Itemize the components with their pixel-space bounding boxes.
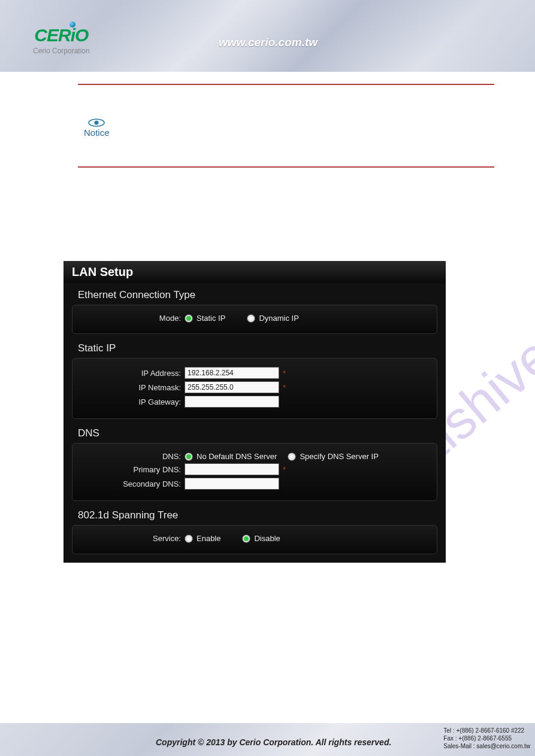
eye-icon	[84, 117, 110, 129]
required-marker: *	[283, 383, 286, 392]
dns-section: DNS DNS: No Default DNS Server Specify D…	[72, 427, 437, 501]
service-enable-label: Enable	[197, 534, 220, 543]
ip-address-input[interactable]	[185, 367, 279, 379]
ip-netmask-input[interactable]	[185, 381, 279, 393]
dns-label: DNS:	[80, 452, 185, 461]
primary-dns-label: Primary DNS:	[80, 465, 185, 474]
logo-block: CERiO Cerio Corporation	[33, 25, 90, 55]
primary-dns-input[interactable]	[185, 463, 279, 475]
mode-dynamic-radio[interactable]	[247, 314, 255, 323]
ip-gateway-label: IP Gateway:	[80, 397, 185, 406]
footer-copyright: Copyright © 2013 by Cerio Corporation. A…	[156, 737, 391, 747]
logo-text: CERiO	[33, 25, 90, 45]
dns-specify-label: Specify DNS Server IP	[300, 452, 379, 461]
ethernet-section: Ethernet Connection Type Mode: Static IP…	[72, 289, 437, 334]
static-ip-legend: Static IP	[78, 342, 437, 354]
footer-fax: Fax : +(886) 2-8667-6555	[443, 734, 530, 742]
service-disable-label: Disable	[254, 534, 280, 543]
secondary-dns-label: Secondary DNS:	[80, 479, 185, 488]
ip-netmask-label: IP Netmask:	[80, 383, 185, 392]
notice-label: Notice	[84, 127, 110, 138]
spanning-section: 802.1d Spanning Tree Service: Enable Dis…	[72, 509, 437, 554]
footer-tel: Tel : +(886) 2-8667-6160 #222	[443, 727, 530, 734]
required-marker: *	[283, 369, 286, 378]
header-url: www.cerio.com.tw	[219, 36, 318, 49]
dns-specify-radio[interactable]	[288, 453, 296, 461]
dns-legend: DNS	[78, 427, 437, 439]
page-footer: Copyright © 2013 by Cerio Corporation. A…	[0, 723, 535, 756]
static-ip-section: Static IP IP Address: * IP Netmask: * IP…	[72, 342, 437, 419]
mode-static-label: Static IP	[197, 314, 225, 323]
ip-address-label: IP Address:	[80, 369, 185, 378]
service-disable-radio[interactable]	[242, 535, 250, 543]
mode-label: Mode:	[80, 314, 185, 323]
divider-top	[78, 84, 494, 85]
footer-mail: Sales-Mail : sales@cerio.com.tw	[443, 742, 530, 750]
mode-dynamic-label: Dynamic IP	[259, 314, 298, 323]
ethernet-legend: Ethernet Connection Type	[78, 289, 437, 301]
svg-point-1	[95, 121, 99, 125]
service-label: Service:	[80, 534, 185, 543]
footer-contact: Tel : +(886) 2-8667-6160 #222 Fax : +(88…	[443, 727, 530, 750]
secondary-dns-input[interactable]	[185, 478, 279, 490]
dns-no-default-radio[interactable]	[185, 453, 193, 461]
logo-subtitle: Cerio Corporation	[33, 47, 90, 55]
ip-gateway-input[interactable]	[185, 396, 279, 408]
lan-setup-panel: LAN Setup Ethernet Connection Type Mode:…	[64, 261, 446, 563]
notice-block: Notice	[84, 117, 110, 138]
divider-bottom	[78, 166, 494, 168]
spanning-legend: 802.1d Spanning Tree	[78, 509, 437, 521]
service-enable-radio[interactable]	[185, 535, 193, 543]
mode-static-radio[interactable]	[185, 314, 193, 323]
required-marker: *	[283, 465, 286, 474]
dns-no-default-label: No Default DNS Server	[197, 452, 277, 461]
panel-title: LAN Setup	[64, 261, 446, 283]
